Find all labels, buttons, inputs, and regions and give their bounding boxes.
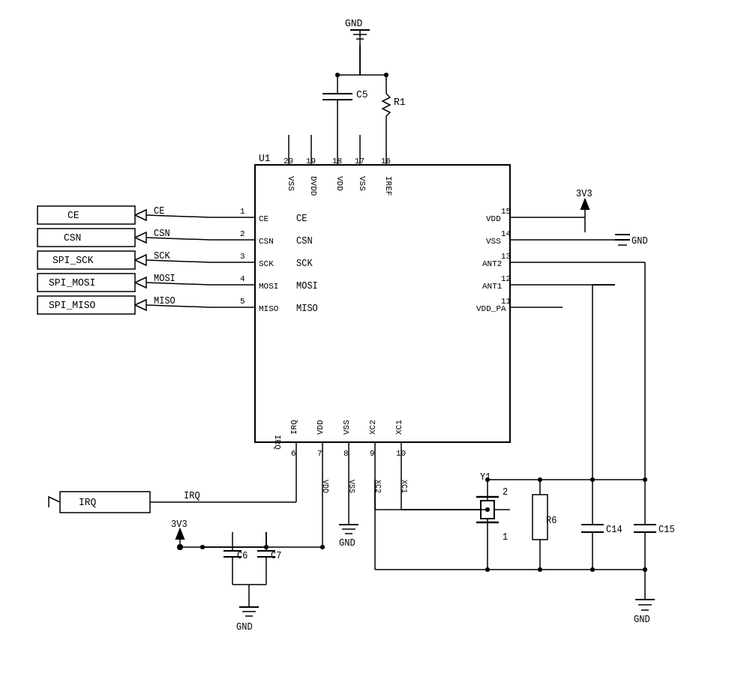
- pin3-num: 3: [240, 252, 245, 261]
- pin11-num: 11: [501, 297, 512, 306]
- y1-pin1-label: 1: [502, 532, 508, 543]
- schematic-diagram: U1 VSS 20 DVDD 19 VDD 18 VSS 17 IREF 16 …: [0, 0, 750, 700]
- pin9-inside-ic: XC2: [368, 420, 377, 435]
- ce-connector-label: CE: [68, 210, 80, 221]
- ce-signal-label: CE: [154, 206, 164, 217]
- pin15-inside-label: VDD: [486, 214, 501, 223]
- pin10-label-ic: XC1: [400, 480, 408, 493]
- pin16-num: 16: [381, 157, 391, 166]
- r6-label: R6: [546, 516, 556, 526]
- csn-connector-box: [38, 229, 135, 247]
- pin6-label-ic: IRQ: [273, 435, 282, 450]
- c7-label: C7: [271, 551, 281, 561]
- pin18-num: 18: [332, 157, 342, 166]
- svg-point-53: [320, 545, 325, 549]
- svg-point-105: [590, 477, 595, 482]
- pin10-num: 10: [396, 449, 406, 458]
- pin1-ic-label: CE: [296, 214, 307, 224]
- svg-point-18: [384, 73, 388, 77]
- gnd-right-bottom-label: GND: [634, 615, 650, 625]
- c5-label: C5: [356, 89, 368, 100]
- pin20-num: 20: [284, 157, 293, 166]
- pin14-inside-label: VSS: [486, 237, 501, 246]
- pin2-ic-label: CSN: [296, 236, 313, 247]
- r1-label: R1: [394, 97, 406, 108]
- c14-label: C14: [606, 525, 622, 535]
- pin6-inside-ic: IRQ: [290, 420, 298, 435]
- gnd-top-label: GND: [345, 18, 363, 29]
- miso-connector-label: SPI_MISO: [49, 300, 96, 311]
- pin19-num: 19: [306, 157, 316, 166]
- pin8-num: 8: [344, 449, 349, 458]
- sck-signal-label: SCK: [154, 251, 170, 262]
- svg-point-17: [335, 73, 340, 77]
- pin4-ic-label: MOSI: [296, 281, 318, 292]
- pin4-inside-label: MOSI: [259, 282, 278, 291]
- pin14-num: 14: [501, 229, 512, 238]
- svg-point-120: [485, 477, 490, 482]
- pin1-inside-label: CE: [259, 214, 269, 223]
- pin10-inside-ic: XC1: [394, 420, 404, 435]
- miso-signal-label: MISO: [154, 296, 176, 307]
- pin15-num: 15: [501, 207, 511, 216]
- irq-connector-box: [60, 492, 150, 513]
- pin9-num: 9: [370, 449, 375, 458]
- pin5-ic-label: MISO: [296, 304, 318, 314]
- ic-body: [255, 165, 510, 442]
- pin13-inside-label: ANT2: [482, 259, 502, 268]
- y1-pin2-label: 2: [502, 487, 508, 498]
- pin1-num: 1: [240, 207, 245, 216]
- gnd-right-label: GND: [632, 236, 648, 247]
- gnd-bottom-left-label: GND: [236, 622, 253, 633]
- pin13-num: 13: [501, 252, 511, 261]
- pin4-num: 4: [240, 274, 245, 283]
- pin17-num: 17: [355, 157, 364, 166]
- pin3-inside-label: SCK: [259, 259, 274, 268]
- svg-point-110: [538, 567, 542, 572]
- pin17-label: VSS: [358, 176, 367, 191]
- pin19-label: DVDD: [309, 176, 318, 196]
- pin6-num: 6: [291, 449, 296, 458]
- gnd-vss-label: GND: [339, 538, 356, 549]
- pin7-label-ic: VDD: [321, 480, 329, 493]
- irq-signal-label: IRQ: [184, 491, 200, 501]
- svg-point-107: [485, 507, 490, 512]
- pin12-num: 12: [501, 274, 511, 283]
- mosi-signal-label: MOSI: [154, 274, 176, 284]
- irq-connector-label: IRQ: [79, 497, 97, 508]
- pin9-label-ic: XC2: [374, 480, 382, 493]
- sck-connector-label: SPI_SCK: [52, 255, 94, 266]
- c6-label: C6: [237, 551, 248, 561]
- ce-connector-box: [38, 206, 135, 224]
- pin3-ic-label: SCK: [296, 259, 313, 269]
- mosi-connector-label: SPI_MOSI: [49, 277, 95, 289]
- svg-rect-89: [532, 495, 548, 540]
- pin8-label-ic: VSS: [347, 480, 356, 493]
- 3v3-bottom-left-label: 3V3: [171, 519, 188, 530]
- pin2-inside-label: CSN: [259, 237, 274, 246]
- csn-connector-label: CSN: [64, 232, 81, 244]
- svg-point-66: [264, 545, 268, 549]
- pin20-label: VSS: [286, 176, 296, 191]
- 3v3-right-label: 3V3: [576, 189, 592, 199]
- pin7-inside-ic: VDD: [316, 420, 325, 435]
- svg-point-111: [590, 567, 595, 572]
- c15-label: C15: [658, 525, 675, 535]
- pin8-inside-ic: VSS: [342, 420, 351, 435]
- pin7-num: 7: [317, 449, 322, 458]
- ic-label: U1: [259, 153, 271, 164]
- csn-signal-label: CSN: [154, 229, 170, 239]
- pin18-label: VDD: [335, 176, 344, 191]
- pin5-inside-label: MISO: [259, 304, 279, 313]
- svg-point-119: [538, 477, 542, 482]
- svg-point-55: [200, 545, 205, 549]
- pin2-num: 2: [240, 229, 245, 238]
- svg-point-102: [643, 477, 647, 482]
- pin12-inside-label: ANT1: [482, 282, 502, 291]
- pin16-label: IREF: [384, 176, 393, 196]
- pin5-num: 5: [240, 297, 245, 306]
